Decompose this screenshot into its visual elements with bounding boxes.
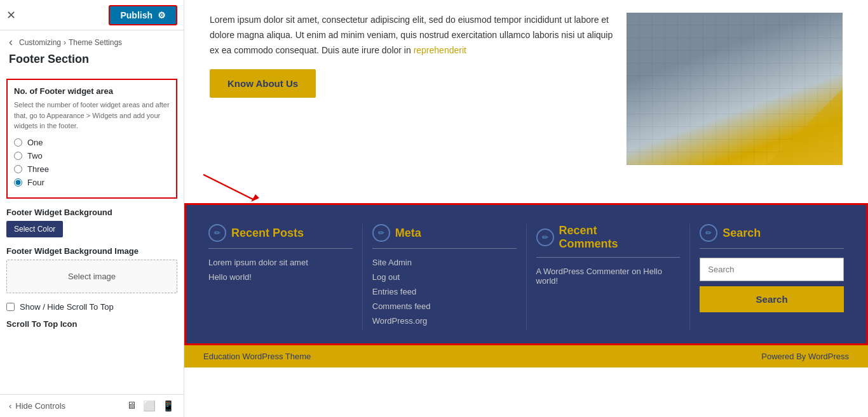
footer-col-recent-comments: ✏ RecentComments A WordPress Commenter o… [527, 224, 691, 331]
list-item[interactable]: Log out [372, 272, 517, 282]
tablet-icon[interactable]: ⬜ [143, 400, 156, 412]
scroll-to-top-row: Show / Hide Scroll To Top [6, 302, 177, 312]
preview-area: Lorem ipsum dolor sit amet, consectetur … [184, 0, 868, 417]
close-icon: ✕ [6, 9, 16, 22]
red-arrow [197, 171, 273, 203]
select-color-button[interactable]: Select Color [6, 221, 63, 237]
radio-four[interactable]: Four [14, 178, 170, 187]
desktop-icon[interactable]: 🖥 [126, 400, 137, 412]
recent-comments-title: RecentComments [559, 224, 618, 251]
footer-bg-image-section: Footer Widget Background Image Select im… [6, 246, 177, 293]
recent-posts-title: Recent Posts [231, 227, 304, 240]
theme-settings-link[interactable]: Theme Settings [69, 38, 122, 47]
footer-bg-image-label: Footer Widget Background Image [6, 246, 177, 256]
widget-area-description: Select the number of footer widget areas… [14, 100, 170, 131]
meta-title: Meta [395, 227, 421, 240]
radio-two[interactable]: Two [14, 151, 170, 161]
scroll-top-label: Show / Hide Scroll To Top [20, 302, 114, 312]
know-about-button[interactable]: Know About Us [210, 69, 316, 98]
radio-three[interactable]: Three [14, 164, 170, 174]
breadcrumb: ‹ Customizing › Theme Settings [0, 30, 184, 51]
list-item[interactable]: Site Admin [372, 258, 517, 267]
widget-area-heading: No. of Footer widget area [14, 86, 170, 96]
bottom-bar: ‹ Hide Controls 🖥 ⬜ 📱 [0, 394, 184, 417]
hero-content: Lorem ipsum dolor sit amet, consectetur … [184, 0, 868, 171]
svg-marker-1 [251, 194, 259, 202]
yellow-triangle [766, 89, 843, 165]
radio-one-label: One [27, 138, 43, 147]
recent-posts-icon: ✏ [208, 224, 226, 242]
divider-3 [536, 257, 681, 258]
footer-col-search: ✏ Search Search [690, 224, 853, 331]
widget-area-box: No. of Footer widget area Select the num… [6, 79, 177, 199]
list-item[interactable]: WordPress.org [372, 316, 517, 326]
hero-text: Lorem ipsum dolor sit amet, consectetur … [210, 13, 614, 165]
radio-one-input[interactable] [14, 138, 22, 147]
customizing-link[interactable]: Customizing [19, 38, 61, 47]
top-bar: ✕ Publish ⚙ [0, 0, 184, 30]
list-item[interactable]: A WordPress Commenter on Hello world! [536, 267, 681, 286]
hero-link: reprehenderit [414, 45, 466, 55]
footer-col-meta: ✏ Meta Site Admin Log out Entries feed C… [363, 224, 527, 331]
meta-header: ✏ Meta [372, 224, 517, 242]
left-panel: ✕ Publish ⚙ ‹ Customizing › Theme Settin… [0, 0, 184, 417]
footer-bg-label: Footer Widget Background [6, 208, 177, 217]
pencil-icon-4: ✏ [705, 228, 712, 237]
meta-icon: ✏ [372, 224, 390, 242]
pencil-icon-3: ✏ [542, 233, 548, 242]
list-item[interactable]: Lorem ipsum dolor sit amet [208, 258, 353, 267]
recent-posts-list: Lorem ipsum dolor sit amet Hello world! [208, 258, 353, 282]
divider-2 [372, 248, 517, 249]
scroll-top-checkbox[interactable] [6, 303, 15, 311]
footer-col-recent-posts: ✏ Recent Posts Lorem ipsum dolor sit ame… [199, 224, 363, 331]
preview-main: Lorem ipsum dolor sit amet, consectetur … [184, 0, 868, 417]
hero-image [627, 13, 843, 165]
meta-list: Site Admin Log out Entries feed Comments… [372, 258, 517, 326]
svg-line-0 [203, 175, 254, 200]
select-image-button[interactable]: Select image [6, 260, 177, 293]
breadcrumb-separator: › [64, 38, 66, 47]
radio-four-input[interactable] [14, 178, 22, 187]
site-bottom-bar: Education WordPress Theme Powered By Wor… [184, 345, 868, 367]
panel-content: No. of Footer widget area Select the num… [0, 72, 184, 394]
search-button[interactable]: Search [700, 286, 844, 312]
comments-list: A WordPress Commenter on Hello world! [536, 267, 681, 286]
back-arrow-icon[interactable]: ‹ [9, 36, 13, 49]
list-item[interactable]: Hello world! [208, 272, 353, 282]
recent-comments-icon: ✏ [536, 228, 554, 246]
arrow-area [184, 171, 868, 203]
pencil-icon-1: ✏ [214, 228, 220, 237]
list-item[interactable]: Comments feed [372, 301, 517, 311]
radio-two-input[interactable] [14, 152, 22, 160]
search-col-icon: ✏ [700, 224, 717, 242]
footer-widget-area: ✏ Recent Posts Lorem ipsum dolor sit ame… [184, 203, 868, 345]
publish-label: Publish [120, 10, 153, 20]
radio-three-input[interactable] [14, 165, 22, 173]
publish-button[interactable]: Publish ⚙ [109, 5, 177, 25]
close-button[interactable]: ✕ [6, 8, 16, 22]
radio-two-label: Two [27, 151, 43, 161]
gear-icon: ⚙ [158, 10, 166, 20]
scroll-top-icon-label: Scroll To Top Icon [6, 319, 177, 329]
hide-controls-button[interactable]: ‹ Hide Controls [9, 401, 65, 411]
site-footer-right: Powered By WordPress [761, 352, 849, 361]
radio-one[interactable]: One [14, 138, 170, 147]
section-title: Footer Section [0, 51, 184, 72]
recent-posts-header: ✏ Recent Posts [208, 224, 353, 242]
pencil-icon-2: ✏ [378, 228, 384, 237]
radio-three-label: Three [27, 164, 49, 174]
device-icons: 🖥 ⬜ 📱 [126, 400, 175, 412]
site-footer-left: Education WordPress Theme [203, 352, 311, 361]
search-title: Search [722, 227, 761, 240]
search-header: ✏ Search [700, 224, 844, 242]
radio-four-label: Four [27, 178, 44, 187]
mobile-icon[interactable]: 📱 [162, 400, 175, 412]
recent-comments-header: ✏ RecentComments [536, 224, 681, 251]
search-input[interactable] [700, 258, 844, 281]
divider-4 [700, 248, 844, 249]
radio-group: One Two Three Four [14, 138, 170, 187]
list-item[interactable]: Entries feed [372, 287, 517, 296]
hero-paragraph: Lorem ipsum dolor sit amet, consectetur … [210, 13, 614, 58]
chevron-left-icon: ‹ [9, 401, 11, 411]
divider-1 [208, 248, 353, 249]
